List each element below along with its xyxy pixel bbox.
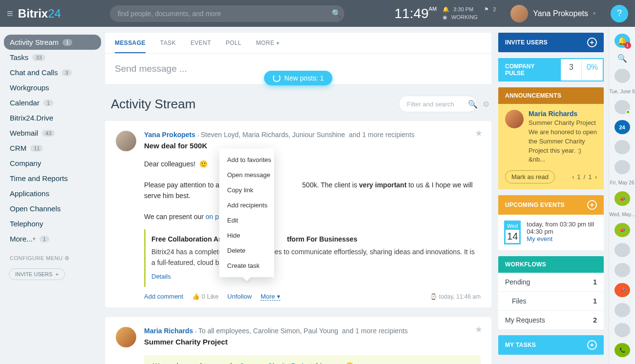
menu-delete[interactable]: Delete <box>219 243 274 258</box>
rail-avatar[interactable] <box>614 263 630 277</box>
recipients-more[interactable]: and 1 more recipients <box>349 131 415 139</box>
menu-edit[interactable]: Edit <box>219 213 274 228</box>
sidebar-item-calendar[interactable]: Calendar1 <box>4 95 101 110</box>
megaphone-icon[interactable]: 📣 <box>614 283 630 297</box>
sidebar-item-tasks[interactable]: Tasks33 <box>4 50 101 65</box>
global-search-input[interactable] <box>110 5 344 22</box>
post-author[interactable]: Yana Prokopets <box>144 131 195 139</box>
add-comment-link[interactable]: Add comment <box>144 293 183 300</box>
chevron-left-icon[interactable]: ‹ <box>572 173 574 181</box>
user-menu[interactable]: Yana Prokopets ▾ <box>510 5 596 22</box>
help-button[interactable]: ? <box>611 5 628 22</box>
search-icon[interactable]: 🔍 <box>332 9 341 18</box>
post-author[interactable]: Maria Richards <box>144 327 193 335</box>
menu-add-recipients[interactable]: Add recipients <box>219 198 274 213</box>
sidebar-item-channels[interactable]: Open Channels <box>4 201 101 216</box>
chat-rail: 🔔1 🔍 Tue, June 6 24 Fri, May 26 📣 Wed, M… <box>609 27 635 364</box>
upcoming-events-header: UPCOMING EVENTS+ <box>498 195 604 215</box>
menu-copy-link[interactable]: Copy link <box>219 182 274 198</box>
logo[interactable]: Bitrix24 <box>18 7 61 20</box>
rail-b24-icon[interactable]: 24 <box>614 120 630 134</box>
menu-open-message[interactable]: Open message <box>219 167 274 182</box>
sidebar-item-chat[interactable]: Chat and Calls3 <box>4 65 101 80</box>
search-icon[interactable]: 🔍 <box>617 54 627 63</box>
rail-avatar[interactable] <box>614 160 630 174</box>
tab-poll[interactable]: POLL <box>226 40 241 53</box>
workflow-row-requests[interactable]: My Requests2 <box>498 310 604 329</box>
recipients-more[interactable]: and 1 more recipients <box>342 327 408 335</box>
plus-icon[interactable]: + <box>587 38 597 47</box>
workflow-row-pending[interactable]: Pending1 <box>498 273 604 291</box>
rail-avatar[interactable] <box>614 100 630 114</box>
rail-avatar[interactable] <box>614 303 630 317</box>
main-content: MESSAGE TASK EVENT POLL MORE ▾ Send mess… <box>105 27 491 364</box>
details-link[interactable]: Details <box>151 272 171 282</box>
phone-icon[interactable]: 📞 <box>614 343 630 357</box>
sidebar-item-apps[interactable]: Applications <box>4 186 101 201</box>
sidebar-item-company[interactable]: Company <box>4 156 101 171</box>
rail-avatar[interactable] <box>614 69 630 83</box>
rail-date: Wed, May... <box>609 212 635 217</box>
context-menu: Add to favorites Open message Copy link … <box>219 148 274 277</box>
notifications-button[interactable]: 🔔1 <box>614 34 630 48</box>
menu-hide[interactable]: Hide <box>219 228 274 243</box>
tab-more[interactable]: MORE ▾ <box>256 40 279 53</box>
refresh-icon <box>273 74 280 82</box>
timestamp: ⌚ today, 11:46 am <box>430 293 481 300</box>
chevron-right-icon: › <box>197 132 201 138</box>
avatar[interactable] <box>505 110 524 128</box>
sidebar-item-more[interactable]: More... ▾1 <box>4 231 101 246</box>
unfollow-link[interactable]: Unfollow <box>228 293 252 300</box>
rail-avatar[interactable] <box>614 243 630 257</box>
menu-add-favorites[interactable]: Add to favorites <box>219 152 274 167</box>
tab-message[interactable]: MESSAGE <box>115 40 146 53</box>
sidebar-item-telephony[interactable]: Telephony <box>4 216 101 231</box>
my-tasks-header[interactable]: MY TASKS+ <box>498 335 604 355</box>
quote-box: Free Collaboration And Stform For Busine… <box>144 229 481 287</box>
star-icon[interactable]: ★ <box>475 324 483 335</box>
right-column: INVITE USERS+ COMPANY PULSE 3 0% ANNOUNC… <box>491 27 609 364</box>
menu-icon[interactable]: ≡ <box>7 7 13 20</box>
company-pulse[interactable]: COMPANY PULSE 3 0% <box>498 58 604 81</box>
plus-icon[interactable]: + <box>587 340 597 350</box>
post-recipients[interactable]: Steven Loyd, Maria Richards, Juniour Sun… <box>201 131 345 139</box>
tab-task[interactable]: TASK <box>160 40 176 53</box>
avatar[interactable] <box>116 327 136 347</box>
rail-avatar[interactable] <box>614 140 630 154</box>
megaphone-icon[interactable]: 📣 <box>614 223 630 237</box>
filter-search-input[interactable] <box>399 96 477 112</box>
new-posts-pill[interactable]: New posts: 1 <box>264 71 333 85</box>
chevron-right-icon[interactable]: › <box>595 173 597 181</box>
gear-icon[interactable]: ⚙ <box>483 100 489 109</box>
post-card: ★ Yana Prokopets › Steven Loyd, Maria Ri… <box>105 121 491 307</box>
tab-event[interactable]: EVENT <box>190 40 211 53</box>
like-link[interactable]: Like <box>207 293 219 300</box>
avatar[interactable] <box>116 131 136 151</box>
thumb-icon[interactable]: 👍 <box>192 293 200 300</box>
star-icon[interactable]: ★ <box>475 128 483 139</box>
sidebar-invite-button[interactable]: INVITE USERS+ <box>9 268 65 280</box>
workflow-row-files[interactable]: Files1 <box>498 291 604 310</box>
menu-create-task[interactable]: Create task <box>219 258 274 273</box>
event-link[interactable]: My event <box>527 235 552 243</box>
configure-menu[interactable]: CONFIGURE MENU ⚙ <box>4 246 101 266</box>
plus-icon[interactable]: + <box>587 200 597 210</box>
smile-icon: 🙂 <box>345 362 354 364</box>
announcement-author[interactable]: Maria Richards <box>529 110 597 118</box>
sidebar-item-time[interactable]: Time and Reports <box>4 171 101 186</box>
sidebar-item-webmail[interactable]: Webmail43 <box>4 125 101 141</box>
more-link[interactable]: More ▾ <box>260 293 280 301</box>
sidebar-item-drive[interactable]: Bitrix24.Drive <box>4 110 101 125</box>
invite-users-panel[interactable]: INVITE USERS+ <box>498 33 604 52</box>
sidebar-item-workgroups[interactable]: Workgroups <box>4 80 101 95</box>
megaphone-icon[interactable]: 📣 <box>614 191 630 205</box>
link[interactable]: Summer Charity Project <box>240 362 313 364</box>
mark-as-read-button[interactable]: Mark as read <box>505 170 555 183</box>
sidebar-item-activity-stream[interactable]: Activity Stream1 <box>4 35 101 50</box>
rail-avatar[interactable] <box>614 323 630 337</box>
search-icon[interactable]: 🔍 <box>468 100 478 109</box>
sidebar-item-crm[interactable]: CRM11 <box>4 141 101 156</box>
record-icon: ◉ <box>443 14 447 21</box>
post-recipients[interactable]: To all employees, Caroline Simon, Paul Y… <box>198 327 338 335</box>
clock-time: 11:49AM <box>395 6 437 21</box>
